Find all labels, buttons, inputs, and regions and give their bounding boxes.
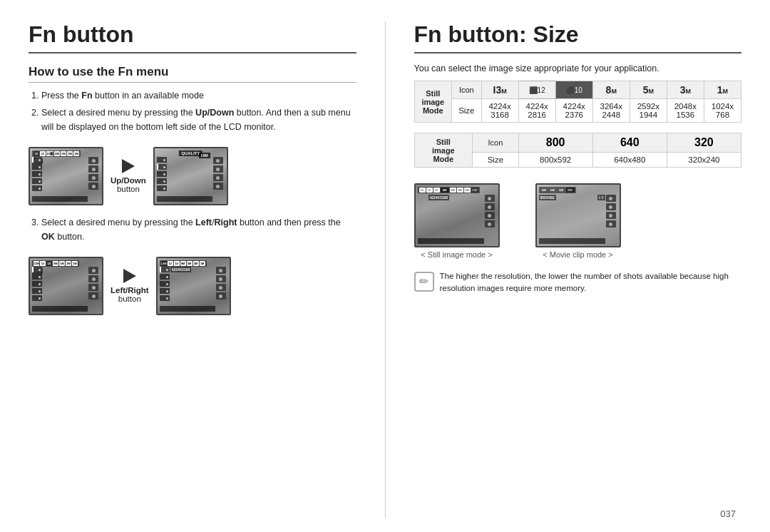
cam-bottom-bar-1: [32, 196, 88, 202]
size-table-low-res: StillimageMode Icon 800 640 320 Size 800…: [414, 133, 742, 168]
table1-header-row: StillimageMode Icon I3M ⬛12 ⬛10 8M 5M 3M…: [414, 81, 741, 99]
size-320x240: 320x240: [667, 153, 741, 168]
still-caption: < Still image mode >: [421, 250, 492, 259]
camera-demo-pair: 10 12 10 8M 5M 3M 1M 18M 4224X3168: [414, 183, 742, 259]
updown-demo-row: 10 12 10⬛ 8M 5M 3M 1M SIZE: [29, 147, 356, 205]
cam-right-bar-4: [216, 267, 227, 312]
size-label-cell: Size: [452, 99, 482, 123]
still-mode-demo: 10 12 10 8M 5M 3M 1M 18M 4224X3168: [414, 183, 500, 259]
table1-size-row: Size 4224x3168 4224x2816 4224x2376 3264x…: [414, 99, 741, 123]
size-2048x1536: 2048x1536: [667, 99, 704, 123]
col-still-image-2: StillimageMode: [414, 133, 473, 168]
step-1: Press the Fn button in an available mode: [41, 88, 356, 103]
size-value-label: 4224X3168: [170, 267, 192, 272]
note-text: The higher the resolution, the lower the…: [440, 270, 742, 295]
note-icon: ✏: [414, 272, 434, 292]
size-800x592: 800x592: [518, 153, 592, 168]
col-icon: Icon: [452, 81, 482, 99]
movie-size-indicator: 800X592: [539, 195, 556, 200]
camera-screen-2: I3M QUALITY: [153, 147, 228, 205]
movie-zoom-indicator: 2.0: [597, 195, 605, 200]
camera-screen-3: 13M 12 10 8M 5M 3M 1M SIZE: [29, 257, 103, 315]
size-4224x2816: 4224x2816: [518, 99, 555, 123]
left-subtitle: How to use the Fn menu: [29, 65, 356, 83]
arrow-right-icon: [122, 159, 135, 173]
still-icon-row: 10 12 10 8M 5M 3M 1M 18M: [418, 187, 480, 193]
cam-right-bar-1: [88, 157, 100, 202]
col-800: 800: [518, 133, 592, 153]
left-section: Fn button How to use the Fn menu Press t…: [29, 21, 356, 518]
col-12m: ⬛12: [518, 81, 555, 99]
right-section: Fn button: Size You can select the image…: [414, 21, 742, 518]
still-bottom-bar: [418, 238, 484, 244]
col-icon-2: Icon: [473, 133, 518, 153]
col-still-image: StillimageMode: [414, 81, 452, 123]
col-5m: 5M: [630, 81, 667, 99]
cam-icon-5: 5M: [61, 151, 66, 156]
movie-mode-demo: 800 640 320 800 800X592 2.0: [535, 183, 621, 259]
note-box: ✏ The higher the resolution, the lower t…: [414, 270, 742, 295]
left-title: Fn button: [29, 21, 356, 53]
movie-caption: < Movie clip mode >: [543, 250, 612, 259]
movie-right-bar: [606, 195, 617, 239]
cam-menu-bar-1: [32, 157, 42, 197]
right-title: Fn button: Size: [414, 21, 742, 53]
table2-header-row: StillimageMode Icon 800 640 320: [414, 133, 741, 153]
size-label-cell-2: Size: [473, 153, 518, 168]
cam-icon-2: 12: [40, 151, 46, 156]
cam-menu-bar-4: [160, 267, 170, 307]
size-2592x1944: 2592x1944: [630, 99, 667, 123]
movie-mode-screen: 800 640 320 800 800X592 2.0: [535, 183, 621, 247]
cam-icon-4: 8M: [54, 151, 60, 156]
col-13m: I3M: [481, 81, 518, 99]
size-3264x2448: 3264x2448: [592, 99, 630, 123]
updown-arrow-container: Up/Down button: [111, 159, 146, 193]
col-10m: ⬛10: [555, 81, 592, 99]
size-4224x3168: 4224x3168: [481, 99, 518, 123]
leftright-arrow-container: Left/Right button: [111, 269, 149, 303]
camera-screen-4: 13M 12 10 8M 5M 3M 1M 4224X3168: [156, 257, 231, 315]
leftright-label: Left/Right button: [111, 286, 149, 303]
i3m-label: I3M: [199, 153, 210, 158]
col-8m: 8M: [592, 81, 630, 99]
cam-icon-6: 3M: [67, 151, 73, 156]
col-3m: 3M: [667, 81, 704, 99]
cam-menu-bar-2: [157, 157, 167, 197]
cam-icon-7: 1M: [73, 151, 79, 156]
still-mode-screen: 10 12 10 8M 5M 3M 1M 18M 4224X3168: [414, 183, 500, 247]
page-number: 037: [720, 508, 736, 519]
col-640: 640: [592, 133, 667, 153]
movie-icon-row: 800 640 320 800: [539, 187, 576, 193]
column-divider: [385, 21, 386, 518]
step3-text: Select a desired menu by pressing the Le…: [29, 215, 356, 247]
step-2: Select a desired menu by pressing the Up…: [41, 106, 356, 134]
cam-menu-bar-3: [32, 267, 42, 307]
still-right-bar: [485, 195, 496, 239]
leftright-demo-row: 13M 12 10 8M 5M 3M 1M SIZE: [29, 257, 356, 315]
cam-bottom-bar-4: [160, 306, 215, 312]
cam-icon-1: 10: [34, 151, 39, 156]
col-1m: 1M: [704, 81, 741, 99]
arrow-right-icon-2: [123, 269, 136, 283]
cam-bottom-bar-2: [157, 196, 212, 202]
size-intro-text: You can select the image size appropriat…: [414, 63, 742, 73]
col-320: 320: [667, 133, 741, 153]
size-4224x2376: 4224x2376: [555, 99, 592, 123]
cam-right-bar-2: [213, 157, 225, 202]
camera-screen-1: 10 12 10⬛ 8M 5M 3M 1M SIZE: [29, 147, 103, 205]
pencil-icon: ✏: [419, 273, 428, 290]
still-top-bar: 10 12 10 8M 5M 3M 1M 18M: [418, 187, 496, 193]
movie-bottom-bar: [539, 238, 605, 244]
movie-top-bar: 800 640 320 800: [539, 187, 617, 193]
size-640x480: 640x480: [592, 153, 667, 168]
size-1024x768: 1024x768: [704, 99, 741, 123]
cam-right-bar-3: [88, 267, 100, 312]
instructions-list: Press the Fn button in an available mode…: [29, 88, 356, 137]
size-table-high-res: StillimageMode Icon I3M ⬛12 ⬛10 8M 5M 3M…: [414, 81, 742, 123]
updown-label: Up/Down button: [111, 176, 146, 193]
still-size-indicator: 4224X3168: [428, 195, 450, 200]
cam-icon-3: 10⬛: [46, 151, 53, 156]
cam-bottom-bar-3: [32, 306, 88, 312]
